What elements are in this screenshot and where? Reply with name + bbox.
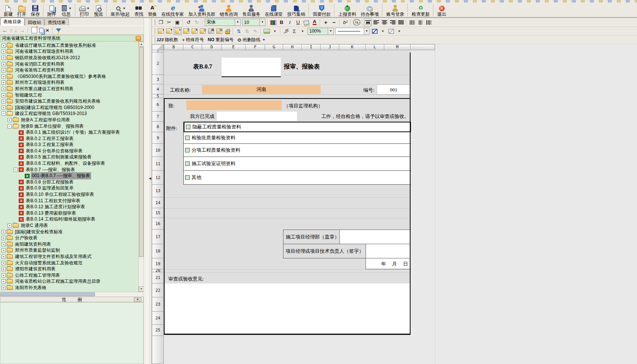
tree-item[interactable]: X表B.0.3 工程复工报审表 — [0, 142, 138, 148]
tree-item[interactable]: +分户验收表 — [0, 235, 138, 241]
diagonal-clear-icon[interactable] — [387, 27, 395, 35]
plus-expander-icon[interactable]: + — [1, 68, 6, 72]
column-distribute-icon[interactable] — [425, 19, 432, 26]
line-spacing-decrease-icon[interactable]: ⇅ — [243, 27, 251, 35]
tree-item[interactable]: −X表B.0.7 ----报审、报验表 — [0, 167, 138, 173]
row-header-20[interactable]: 20 — [152, 269, 164, 272]
row-header-21[interactable]: 21 — [152, 272, 164, 283]
row-header-2[interactable]: 2 — [152, 52, 164, 75]
column-header-E[interactable]: E — [222, 44, 246, 50]
renumber-button[interactable]: NO 重新编号 — [208, 37, 234, 43]
scrollbar-thumb[interactable] — [0, 292, 95, 296]
new-table-icon[interactable] — [31, 27, 37, 33]
delete-table-icon[interactable]: × — [46, 27, 49, 34]
merge-down-icon[interactable] — [199, 27, 207, 35]
row-header-24[interactable]: 24 — [152, 312, 164, 325]
tab-search-results[interactable]: 查找结果 — [45, 18, 69, 25]
tree-item[interactable]: +洛阳市补充表格 — [0, 285, 138, 291]
special-symbol-button[interactable]: + 特殊符号 — [182, 37, 204, 43]
row-header-25[interactable]: 25 — [152, 325, 164, 336]
tree-item[interactable]: +《GB50300系列施工质量验收规范》参考表格 — [0, 73, 138, 80]
format-painter-icon[interactable]: ✎ — [252, 27, 259, 35]
forward-arrow-icon[interactable]: → — [19, 27, 25, 34]
row-header-5[interactable]: 5 — [152, 94, 164, 98]
plus-expander-icon[interactable]: + — [1, 56, 6, 60]
date-cell[interactable]: 年 月 日 — [366, 258, 411, 269]
row-header-19[interactable]: 19 — [152, 258, 164, 269]
column-header-H[interactable]: H — [283, 44, 302, 50]
tree-item[interactable]: +河南省质检站公路工程施工监理用表总目录 — [0, 279, 138, 285]
vertical-text-icon[interactable] — [408, 19, 416, 26]
decrease-size-button[interactable]: − — [330, 19, 338, 26]
toolbar-button-20[interactable]: ♻检查更新 — [409, 3, 432, 17]
toolbar-button-21[interactable]: ×退出 — [435, 3, 448, 17]
panel-splitter[interactable]: ◀ — [148, 18, 152, 364]
tree-item[interactable]: X表B.0.12 施工进度计划报审表 — [0, 204, 138, 210]
toolbar-button-6[interactable]: 预览 — [92, 3, 105, 17]
chevron-down-icon[interactable]: ▼ — [259, 19, 265, 25]
row-header-15[interactable]: 15 — [152, 208, 164, 218]
column-header-M[interactable]: M — [384, 44, 411, 50]
insert-row-icon[interactable] — [191, 27, 198, 35]
scroll-down-icon[interactable]: ▼ — [139, 286, 144, 292]
tree-item[interactable]: X表B.0.14 工程临时/最终延期报审表 — [0, 216, 138, 223]
column-header-D[interactable]: D — [202, 44, 222, 50]
paste-icon[interactable]: ▣ — [174, 19, 181, 26]
tree-item[interactable]: +钢筋焊接及验收规程JGJ18-2012 — [0, 55, 138, 61]
insert-image-icon[interactable] — [263, 27, 270, 35]
plus-expander-icon[interactable]: + — [1, 106, 6, 110]
tree-item[interactable]: X表B.0.8 分部工程报验表 — [0, 179, 138, 185]
plus-expander-icon[interactable]: + — [1, 230, 6, 234]
filter-icon[interactable] — [56, 28, 61, 32]
row-header-7[interactable]: 7 — [152, 112, 164, 122]
toolbar-button-15[interactable]: 技巧集锦 — [285, 3, 307, 17]
tree-item[interactable]: +建筑工程管理文件资料形成及常用表式 — [0, 254, 138, 260]
font-color-icon[interactable]: A — [311, 19, 318, 26]
tree-item[interactable]: +郑州市质量监督站监制 — [0, 248, 138, 254]
tree-item[interactable]: X表B.0.6 工程材料、构配件、设备报审表 — [0, 160, 138, 167]
plus-expander-icon[interactable]: + — [1, 267, 6, 271]
row-header-8[interactable]: 8 — [152, 122, 164, 132]
toolbar-button-4[interactable]: ▼信息 — [58, 3, 74, 17]
chevron-down-icon[interactable]: ▼ — [123, 7, 126, 10]
attachment-row[interactable]: 分项工程质量检验资料 — [184, 144, 411, 157]
plus-expander-icon[interactable]: + — [1, 43, 6, 48]
tree-item[interactable]: X表B.0.13 费用索赔报审表 — [0, 210, 138, 216]
toolbar-button-7[interactable]: ▼展开/收起 — [108, 3, 132, 17]
toolbar-button-11[interactable]: 加入资料员群 — [186, 3, 217, 17]
toolbar-button-18[interactable]: 待办事项 — [358, 3, 381, 17]
font-name-select[interactable]: 宋体 ▼ — [205, 19, 241, 26]
chevron-down-icon[interactable]: ▼ — [87, 7, 90, 10]
toolbar-button-2[interactable]: 保存 — [28, 3, 42, 17]
plus-expander-icon[interactable]: + — [1, 273, 6, 277]
tree-item[interactable]: X表B.0.5 施工控制测量成果报验表 — [0, 154, 138, 161]
toolbar-button-0[interactable]: 新建 — [1, 3, 15, 17]
toolbar-button-16[interactable]: V我要付款 — [310, 3, 333, 17]
insert-column-left-icon[interactable] — [157, 27, 165, 35]
insert-column-right-icon[interactable] — [174, 27, 182, 35]
split-cell-icon[interactable] — [183, 27, 190, 35]
tree-item[interactable]: +[国标]建设工程监理规范 GB50319-2000 — [0, 104, 138, 111]
plus-expander-icon[interactable]: + — [1, 261, 6, 265]
tree-item[interactable]: +郑州市重点建设工程资料用表 — [0, 86, 138, 92]
row-header-17[interactable]: 17 — [152, 230, 164, 244]
back-arrow-icon[interactable]: ← — [2, 27, 7, 34]
diagonal-clear-dropdown-icon[interactable]: ▼ — [396, 27, 403, 35]
toolbar-button-8[interactable]: 查找 — [132, 3, 145, 17]
align-justify-icon[interactable] — [397, 19, 405, 26]
collapse-panel-button[interactable]: − — [136, 36, 141, 41]
toolbar-button-12[interactable]: 销售咨询 — [217, 3, 240, 17]
sum-dropdown-icon[interactable]: ▼ — [299, 27, 306, 35]
align-right-icon[interactable] — [389, 19, 396, 26]
tree-item[interactable]: X表B.0.4 分包单位资格报审表 — [0, 148, 138, 154]
tree-item[interactable]: +智能建筑工程 — [0, 92, 138, 98]
tree-item[interactable]: +河南省建筑工程现场资料用表 — [0, 49, 138, 55]
merge-center-icon[interactable] — [364, 19, 372, 26]
plus-expander-icon[interactable]: + — [1, 81, 6, 85]
chevron-down-icon[interactable]: ▼ — [364, 28, 369, 34]
zoom-select[interactable]: 100% ▼ — [307, 28, 334, 35]
toolbar-button-9[interactable]: A替换 — [145, 3, 159, 17]
row-header-18[interactable]: 18 — [152, 244, 164, 258]
select-table-icon[interactable] — [165, 27, 173, 35]
attachment-row[interactable]: 其他 — [184, 171, 411, 185]
